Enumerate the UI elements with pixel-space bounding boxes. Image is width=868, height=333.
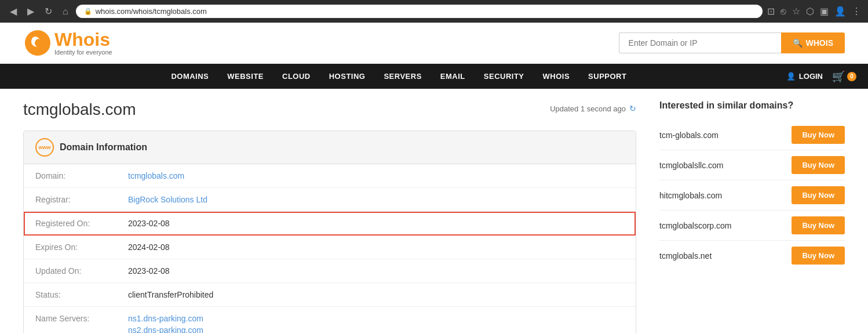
expires-on-field-row: Expires On: 2024-02-08 — [24, 236, 636, 259]
search-icon: 🔍 — [793, 38, 803, 48]
status-field-row: Status: clientTransferProhibited — [24, 283, 636, 307]
browser-chrome: ◀ ▶ ↻ ⌂ 🔒 whois.com/whois/tcmglobals.com… — [0, 0, 868, 23]
updated-on-field-row: Updated On: 2023-02-08 — [24, 259, 636, 283]
similar-domain-name-1: tcm-globals.com — [659, 131, 719, 140]
browser-toolbar: ⊡ ⎋ ☆ ⬡ ▣ 👤 ⋮ — [767, 6, 861, 17]
nav-right: 👤 LOGIN 🛒 0 — [786, 70, 856, 83]
profile-icon[interactable]: 👤 — [834, 6, 846, 17]
home-button[interactable]: ⌂ — [60, 5, 71, 18]
similar-domains-title: Interested in similar domains? — [659, 100, 845, 111]
menu-icon[interactable]: ⋮ — [852, 6, 861, 17]
registered-on-field-row: Registered On: 2023-02-08 — [24, 212, 636, 236]
main-content: tcmglobals.com Updated 1 second ago ↻ ww… — [0, 89, 868, 333]
domain-search-input[interactable] — [619, 32, 781, 53]
cart-icon: 🛒 — [832, 70, 845, 83]
similar-domain-row-4: tcmglobalscorp.com Buy Now — [659, 211, 845, 241]
search-btn-label: WHOIS — [806, 38, 833, 48]
ns1-value[interactable]: ns1.dns-parking.com — [128, 314, 203, 323]
updated-info: Updated 1 second ago ↻ — [550, 104, 636, 113]
nav-security[interactable]: SECURITY — [475, 64, 534, 89]
domain-label: Domain: — [35, 171, 128, 180]
status-value: clientTransferProhibited — [128, 290, 213, 299]
logo-icon — [23, 28, 52, 57]
share-icon[interactable]: ⎋ — [781, 6, 786, 17]
similar-domain-name-2: tcmglobalsllc.com — [659, 161, 723, 170]
split-screen-icon[interactable]: ▣ — [820, 6, 829, 17]
buy-now-button-5[interactable]: Buy Now — [792, 247, 845, 265]
nav-email[interactable]: EMAIL — [431, 64, 475, 89]
nav-whois[interactable]: WHOIS — [534, 64, 579, 89]
nav-cloud[interactable]: CLOUD — [273, 64, 320, 89]
logo-text: Whois Identity for everyone — [54, 30, 112, 56]
buy-now-button-1[interactable]: Buy Now — [792, 126, 845, 144]
status-label: Status: — [35, 290, 128, 299]
similar-domain-row-5: tcmglobals.net Buy Now — [659, 241, 845, 270]
domain-value[interactable]: tcmglobals.com — [128, 171, 184, 180]
nameservers-label: Name Servers: — [35, 314, 128, 323]
nameservers-field-row: Name Servers: ns1.dns-parking.com ns2.dn… — [24, 307, 636, 333]
registrar-field-row: Registrar: BigRock Solutions Ltd — [24, 188, 636, 212]
expires-on-value: 2024-02-08 — [128, 242, 170, 252]
domain-title: tcmglobals.com — [23, 100, 136, 119]
site-header: Whois Identity for everyone 🔍 WHOIS — [0, 23, 868, 64]
bookmark-icon[interactable]: ☆ — [792, 6, 800, 17]
nav-cart-button[interactable]: 🛒 0 — [832, 70, 856, 83]
card-header-title: Domain Information — [60, 142, 147, 153]
expires-on-label: Expires On: — [35, 242, 128, 252]
right-panel: Interested in similar domains? tcm-globa… — [659, 100, 845, 333]
updated-on-label: Updated On: — [35, 266, 128, 276]
logo-tagline-text: Identity for everyone — [54, 49, 112, 56]
updated-text: Updated 1 second ago — [550, 104, 626, 113]
registered-on-label: Registered On: — [35, 219, 128, 228]
buy-now-button-3[interactable]: Buy Now — [792, 186, 845, 204]
similar-domain-row-3: hitcmglobals.com Buy Now — [659, 180, 845, 211]
forward-button[interactable]: ▶ — [24, 5, 37, 18]
nav-domains[interactable]: DOMAINS — [162, 64, 218, 89]
left-panel: tcmglobals.com Updated 1 second ago ↻ ww… — [23, 100, 636, 333]
registrar-label: Registrar: — [35, 195, 128, 204]
ns2-value[interactable]: ns2.dns-parking.com — [128, 325, 203, 333]
www-icon: www — [35, 138, 54, 157]
user-icon: 👤 — [786, 72, 796, 81]
nav-login-button[interactable]: 👤 LOGIN — [786, 72, 823, 81]
similar-domain-name-4: tcmglobalscorp.com — [659, 221, 732, 230]
back-button[interactable]: ◀ — [7, 5, 20, 18]
domain-info-card: www Domain Information Domain: tcmglobal… — [23, 131, 636, 333]
lock-icon: 🔒 — [84, 8, 92, 15]
whois-search-button[interactable]: 🔍 WHOIS — [781, 32, 845, 53]
buy-now-button-4[interactable]: Buy Now — [792, 216, 845, 234]
extensions-icon[interactable]: ⬡ — [806, 6, 814, 17]
nav-website[interactable]: WEBSITE — [218, 64, 273, 89]
logo-whois-text: Whois — [54, 30, 112, 49]
similar-domain-name-5: tcmglobals.net — [659, 251, 712, 260]
nav-support[interactable]: SUPPORT — [579, 64, 636, 89]
address-text: whois.com/whois/tcmglobals.com — [96, 7, 207, 16]
refresh-button[interactable]: ↻ — [42, 5, 55, 18]
screen-capture-icon[interactable]: ⊡ — [767, 6, 775, 17]
domain-field-row: Domain: tcmglobals.com — [24, 164, 636, 188]
similar-domain-row-2: tcmglobalsllc.com Buy Now — [659, 150, 845, 180]
refresh-icon[interactable]: ↻ — [629, 104, 636, 113]
main-nav: DOMAINS WEBSITE CLOUD HOSTING SERVERS EM… — [0, 64, 868, 89]
cart-badge: 0 — [847, 72, 856, 81]
buy-now-button-2[interactable]: Buy Now — [792, 156, 845, 174]
similar-domain-row-1: tcm-globals.com Buy Now — [659, 120, 845, 150]
address-bar[interactable]: 🔒 whois.com/whois/tcmglobals.com — [76, 5, 763, 18]
title-row: tcmglobals.com Updated 1 second ago ↻ — [23, 100, 636, 124]
registered-on-value: 2023-02-08 — [128, 219, 170, 228]
nameservers-value[interactable]: ns1.dns-parking.com ns2.dns-parking.com — [128, 314, 203, 333]
nav-items: DOMAINS WEBSITE CLOUD HOSTING SERVERS EM… — [12, 64, 786, 89]
login-label: LOGIN — [799, 72, 823, 81]
nav-servers[interactable]: SERVERS — [374, 64, 431, 89]
registrar-value[interactable]: BigRock Solutions Ltd — [128, 195, 207, 204]
nav-hosting[interactable]: HOSTING — [320, 64, 375, 89]
updated-on-value: 2023-02-08 — [128, 266, 170, 276]
logo[interactable]: Whois Identity for everyone — [23, 28, 112, 57]
card-header: www Domain Information — [24, 131, 636, 164]
similar-domain-name-3: hitcmglobals.com — [659, 191, 722, 200]
search-area: 🔍 WHOIS — [619, 32, 845, 53]
